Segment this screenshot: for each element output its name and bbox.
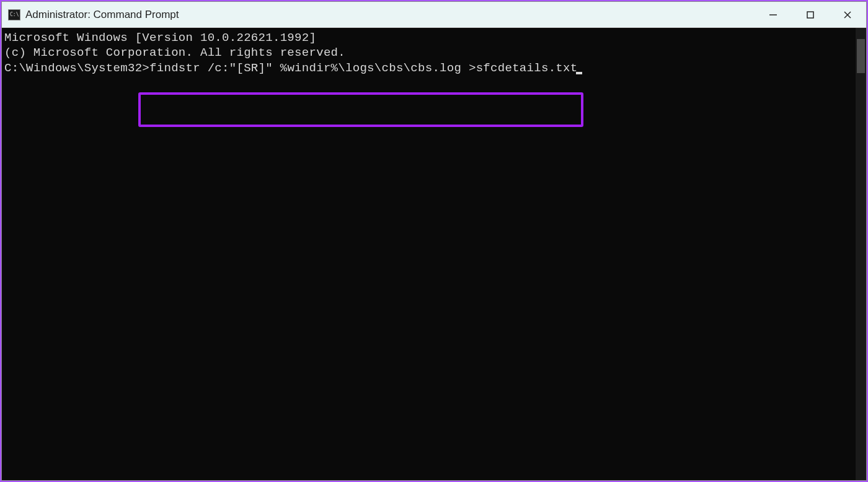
window-title: Administrator: Command Prompt: [25, 9, 179, 21]
cmd-icon-text: C:\: [10, 12, 19, 17]
close-button[interactable]: [829, 2, 866, 27]
minimize-icon: [769, 11, 777, 19]
maximize-button[interactable]: [792, 2, 829, 27]
prompt-text: C:\Windows\System32>: [4, 61, 149, 75]
command-line: C:\Windows\System32>findstr /c:"[SR]" %w…: [4, 61, 864, 76]
maximize-icon: [806, 11, 815, 19]
version-line: Microsoft Windows [Version 10.0.22621.19…: [4, 30, 864, 45]
scrollbar[interactable]: [856, 28, 866, 480]
command-text: findstr /c:"[SR]" %windir%\logs\cbs\cbs.…: [149, 61, 577, 75]
close-icon: [843, 11, 852, 19]
minimize-button[interactable]: [755, 2, 792, 27]
terminal-content[interactable]: Microsoft Windows [Version 10.0.22621.19…: [2, 28, 866, 480]
cmd-icon: C:\: [8, 9, 20, 20]
window-controls: [755, 2, 866, 27]
cursor: [576, 72, 582, 74]
titlebar[interactable]: C:\ Administrator: Command Prompt: [2, 2, 866, 28]
highlight-annotation: [138, 92, 583, 127]
scrollbar-thumb[interactable]: [857, 39, 865, 73]
command-prompt-window: C:\ Administrator: Command Prompt Micros…: [1, 1, 867, 481]
copyright-line: (c) Microsoft Corporation. All rights re…: [4, 45, 864, 60]
svg-rect-1: [807, 12, 813, 18]
titlebar-left: C:\ Administrator: Command Prompt: [2, 9, 179, 21]
